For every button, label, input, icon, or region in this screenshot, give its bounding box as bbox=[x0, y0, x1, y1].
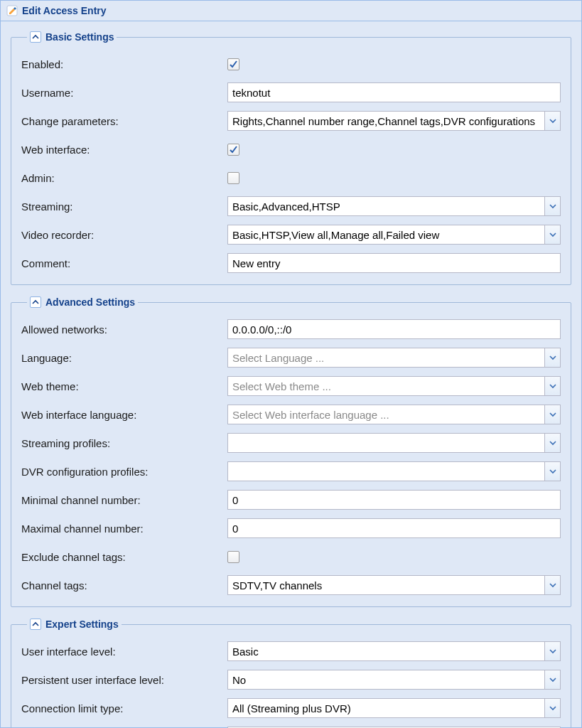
input-comment[interactable] bbox=[227, 253, 561, 273]
label-dvr-config-profiles: DVR configuration profiles: bbox=[21, 466, 227, 478]
row-streaming-profiles: Streaming profiles: bbox=[21, 433, 561, 453]
section-basic-title: Basic Settings bbox=[45, 31, 114, 43]
combo-web-theme-trigger[interactable] bbox=[544, 377, 560, 395]
label-change-parameters: Change parameters: bbox=[21, 115, 227, 127]
section-expert-title: Expert Settings bbox=[45, 619, 119, 630]
panel-header: Edit Access Entry bbox=[1, 1, 581, 21]
label-web-interface: Web interface: bbox=[21, 144, 227, 156]
combo-conn-limit-type-input[interactable] bbox=[228, 699, 544, 717]
combo-video-recorder[interactable] bbox=[227, 225, 561, 245]
combo-streaming-profiles-trigger[interactable] bbox=[544, 434, 560, 452]
row-max-channel: Maximal channel number: bbox=[21, 518, 561, 538]
combo-conn-limit-type[interactable] bbox=[227, 698, 561, 718]
checkbox-exclude-channel-tags[interactable] bbox=[227, 551, 239, 563]
row-min-channel: Minimal channel number: bbox=[21, 490, 561, 510]
label-streaming-profiles: Streaming profiles: bbox=[21, 437, 227, 449]
row-web-interface-language: Web interface language: bbox=[21, 405, 561, 424]
row-admin: Admin: bbox=[21, 168, 561, 188]
label-channel-tags: Channel tags: bbox=[21, 579, 227, 592]
label-video-recorder: Video recorder: bbox=[21, 229, 227, 241]
row-change-parameters: Change parameters: bbox=[21, 111, 561, 131]
panel-body: Basic Settings Enabled: Username: Change… bbox=[1, 21, 581, 728]
input-min-channel[interactable] bbox=[227, 490, 561, 510]
combo-web-interface-language-trigger[interactable] bbox=[544, 405, 560, 424]
combo-change-parameters-input[interactable] bbox=[228, 112, 544, 130]
combo-web-interface-language[interactable] bbox=[227, 405, 561, 424]
row-username: Username: bbox=[21, 82, 561, 102]
combo-web-theme[interactable] bbox=[227, 376, 561, 396]
label-ui-level: User interface level: bbox=[21, 646, 227, 658]
combo-streaming-profiles-input[interactable] bbox=[228, 434, 544, 452]
combo-persistent-ui-level-input[interactable] bbox=[228, 670, 544, 689]
combo-language[interactable] bbox=[227, 348, 561, 368]
combo-ui-level-trigger[interactable] bbox=[544, 642, 560, 660]
label-max-channel: Maximal channel number: bbox=[21, 523, 227, 535]
checkbox-admin[interactable] bbox=[227, 172, 239, 184]
combo-web-theme-input[interactable] bbox=[228, 377, 544, 395]
edit-access-entry-panel: Edit Access Entry Basic Settings Enabled… bbox=[0, 0, 582, 728]
section-expert-settings: Expert Settings User interface level: Pe… bbox=[11, 619, 571, 728]
row-ui-level: User interface level: bbox=[21, 641, 561, 661]
row-dvr-config-profiles: DVR configuration profiles: bbox=[21, 461, 561, 481]
label-conn-limit-type: Connection limit type: bbox=[21, 702, 227, 714]
combo-streaming[interactable] bbox=[227, 196, 561, 216]
combo-dvr-config-profiles-trigger[interactable] bbox=[544, 462, 560, 481]
input-max-channel[interactable] bbox=[227, 518, 561, 538]
combo-video-recorder-trigger[interactable] bbox=[544, 225, 560, 244]
combo-channel-tags-input[interactable] bbox=[228, 576, 544, 594]
combo-video-recorder-input[interactable] bbox=[228, 225, 544, 244]
row-exclude-channel-tags: Exclude channel tags: bbox=[21, 547, 561, 567]
edit-icon bbox=[6, 5, 18, 16]
combo-web-interface-language-input[interactable] bbox=[228, 405, 544, 424]
row-language: Language: bbox=[21, 348, 561, 368]
section-basic-settings: Basic Settings Enabled: Username: Change… bbox=[11, 31, 571, 285]
combo-persistent-ui-level[interactable] bbox=[227, 670, 561, 690]
combo-change-parameters-trigger[interactable] bbox=[544, 112, 560, 130]
input-allowed-networks[interactable] bbox=[227, 319, 561, 339]
section-advanced-title: Advanced Settings bbox=[45, 296, 135, 308]
row-allowed-networks: Allowed networks: bbox=[21, 319, 561, 339]
section-advanced-settings: Advanced Settings Allowed networks: Lang… bbox=[11, 296, 571, 607]
combo-channel-tags[interactable] bbox=[227, 575, 561, 595]
label-allowed-networks: Allowed networks: bbox=[21, 323, 227, 336]
panel-title: Edit Access Entry bbox=[22, 5, 107, 16]
collapse-basic-button[interactable] bbox=[30, 31, 41, 43]
label-streaming: Streaming: bbox=[21, 200, 227, 213]
combo-language-trigger[interactable] bbox=[544, 348, 560, 367]
combo-change-parameters[interactable] bbox=[227, 111, 561, 131]
combo-ui-level[interactable] bbox=[227, 641, 561, 661]
combo-dvr-config-profiles-input[interactable] bbox=[228, 462, 544, 481]
combo-conn-limit-type-trigger[interactable] bbox=[544, 699, 560, 717]
row-video-recorder: Video recorder: bbox=[21, 225, 561, 245]
row-channel-tags: Channel tags: bbox=[21, 575, 561, 595]
collapse-advanced-button[interactable] bbox=[30, 296, 41, 308]
combo-language-input[interactable] bbox=[228, 348, 544, 367]
combo-persistent-ui-level-trigger[interactable] bbox=[544, 670, 560, 689]
checkbox-web-interface[interactable] bbox=[227, 144, 239, 156]
combo-channel-tags-trigger[interactable] bbox=[544, 576, 560, 594]
row-web-interface: Web interface: bbox=[21, 139, 561, 159]
combo-streaming-input[interactable] bbox=[228, 197, 544, 215]
combo-streaming-trigger[interactable] bbox=[544, 197, 560, 215]
label-language: Language: bbox=[21, 352, 227, 364]
collapse-expert-button[interactable] bbox=[30, 619, 41, 630]
checkbox-enabled[interactable] bbox=[227, 58, 239, 70]
label-exclude-channel-tags: Exclude channel tags: bbox=[21, 551, 227, 563]
combo-streaming-profiles[interactable] bbox=[227, 433, 561, 453]
label-min-channel: Minimal channel number: bbox=[21, 494, 227, 506]
combo-ui-level-input[interactable] bbox=[228, 642, 544, 660]
row-enabled: Enabled: bbox=[21, 54, 561, 74]
row-persistent-ui-level: Persistent user interface level: bbox=[21, 670, 561, 690]
label-admin: Admin: bbox=[21, 172, 227, 184]
row-streaming: Streaming: bbox=[21, 196, 561, 216]
combo-dvr-config-profiles[interactable] bbox=[227, 461, 561, 481]
label-enabled: Enabled: bbox=[21, 58, 227, 70]
input-username[interactable] bbox=[227, 82, 561, 102]
label-persistent-ui-level: Persistent user interface level: bbox=[21, 674, 227, 686]
label-web-interface-language: Web interface language: bbox=[21, 409, 227, 421]
row-web-theme: Web theme: bbox=[21, 376, 561, 396]
row-conn-limit-type: Connection limit type: bbox=[21, 698, 561, 718]
row-comment: Comment: bbox=[21, 253, 561, 273]
label-username: Username: bbox=[21, 87, 227, 99]
label-comment: Comment: bbox=[21, 257, 227, 269]
